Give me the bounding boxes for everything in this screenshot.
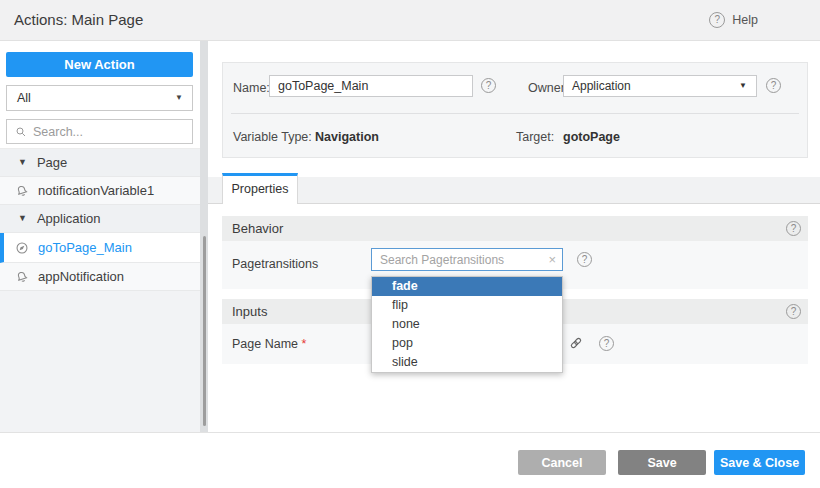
- save-and-close-button[interactable]: Save & Close: [714, 450, 805, 475]
- pagetransitions-label: Pagetransitions: [232, 257, 318, 271]
- save-button[interactable]: Save: [618, 450, 706, 475]
- dropdown-option-pop[interactable]: pop: [372, 334, 562, 353]
- bell-icon: [15, 184, 29, 198]
- target-label: Target:: [516, 127, 554, 147]
- tree-group-label: Page: [37, 149, 67, 176]
- variable-type-label: Variable Type:: [233, 127, 312, 147]
- owner-help-icon[interactable]: ?: [766, 78, 781, 93]
- filter-dropdown[interactable]: All ▼: [6, 85, 193, 111]
- tab-rail: [208, 177, 820, 204]
- navigate-icon: [15, 241, 29, 255]
- pagetransitions-help-icon[interactable]: ?: [577, 252, 592, 267]
- owner-select-value: Application: [572, 79, 631, 93]
- link-icon[interactable]: [568, 335, 584, 351]
- caret-down-icon: ▼: [18, 149, 27, 176]
- tree-item-appnotification[interactable]: appNotification: [0, 263, 200, 291]
- bell-icon: [15, 270, 29, 284]
- page-title: Actions: Main Page: [14, 0, 143, 40]
- sidebar-scrollbar[interactable]: [203, 236, 206, 426]
- actions-tree: ▼ Page notificationVariable1 ▼ Applicati…: [0, 148, 200, 291]
- tree-group-application[interactable]: ▼ Application: [0, 205, 200, 233]
- name-field[interactable]: [269, 75, 473, 97]
- tree-item-label: notificationVariable1: [38, 177, 154, 204]
- chevron-down-icon: ▼: [739, 76, 747, 96]
- tree-item-label: goToPage_Main: [38, 234, 132, 261]
- behavior-section-header: Behavior ?: [222, 216, 808, 241]
- tab-properties[interactable]: Properties: [222, 173, 298, 204]
- behavior-help-icon[interactable]: ?: [786, 221, 801, 236]
- action-summary-panel: Name: * ? Owner: * Application ▼ ? Varia…: [222, 62, 808, 158]
- sidebar-search-input[interactable]: [33, 125, 173, 139]
- sidebar-empty-area: [0, 291, 200, 432]
- variable-type-value: Navigation: [315, 127, 379, 147]
- sidebar: New Action All ▼ ▼ Page: [0, 41, 200, 432]
- tree-item-label: appNotification: [38, 263, 124, 290]
- footer-bar: Cancel Save Save & Close: [0, 432, 820, 488]
- dropdown-option-slide[interactable]: slide: [372, 353, 562, 372]
- help-link[interactable]: ? Help: [709, 12, 758, 28]
- name-help-icon[interactable]: ?: [481, 78, 496, 93]
- inputs-help-icon[interactable]: ?: [786, 304, 801, 319]
- required-asterisk: *: [302, 337, 307, 351]
- main-content: Name: * ? Owner: * Application ▼ ? Varia…: [208, 41, 820, 432]
- page-name-help-icon[interactable]: ?: [599, 336, 614, 351]
- tab-strip: Properties: [208, 173, 820, 204]
- caret-down-icon: ▼: [18, 205, 27, 232]
- pagetransitions-dropdown: fade flip none pop slide: [371, 276, 563, 373]
- tree-group-label: Application: [37, 205, 101, 232]
- help-label: Help: [732, 13, 758, 27]
- help-icon: ?: [709, 12, 725, 28]
- tree-item-gotopage-main[interactable]: goToPage_Main: [0, 233, 200, 263]
- owner-select[interactable]: Application ▼: [563, 75, 757, 97]
- pagetransitions-search[interactable]: ×: [371, 248, 563, 271]
- clear-icon[interactable]: ×: [542, 252, 562, 267]
- header-bar: Actions: Main Page ? Help: [0, 0, 820, 41]
- tree-item-notificationvariable1[interactable]: notificationVariable1: [0, 177, 200, 205]
- search-icon: [15, 126, 27, 138]
- chevron-down-icon: ▼: [175, 86, 183, 110]
- dropdown-option-fade[interactable]: fade: [372, 277, 562, 296]
- new-action-button[interactable]: New Action: [6, 52, 193, 77]
- tree-group-page[interactable]: ▼ Page: [0, 149, 200, 177]
- cancel-button[interactable]: Cancel: [518, 450, 606, 475]
- inputs-title: Inputs: [232, 304, 267, 319]
- pagetransitions-search-input[interactable]: [372, 253, 542, 267]
- dropdown-option-none[interactable]: none: [372, 315, 562, 334]
- behavior-title: Behavior: [232, 221, 283, 236]
- filter-dropdown-value: All: [17, 91, 31, 105]
- sidebar-search[interactable]: [6, 119, 193, 144]
- page-name-label: Page Name *: [232, 337, 306, 351]
- dropdown-option-flip[interactable]: flip: [372, 296, 562, 315]
- panel-divider: [231, 113, 799, 114]
- actions-editor-window: Actions: Main Page ? Help New Action All…: [0, 0, 820, 488]
- target-value: gotoPage: [563, 127, 620, 147]
